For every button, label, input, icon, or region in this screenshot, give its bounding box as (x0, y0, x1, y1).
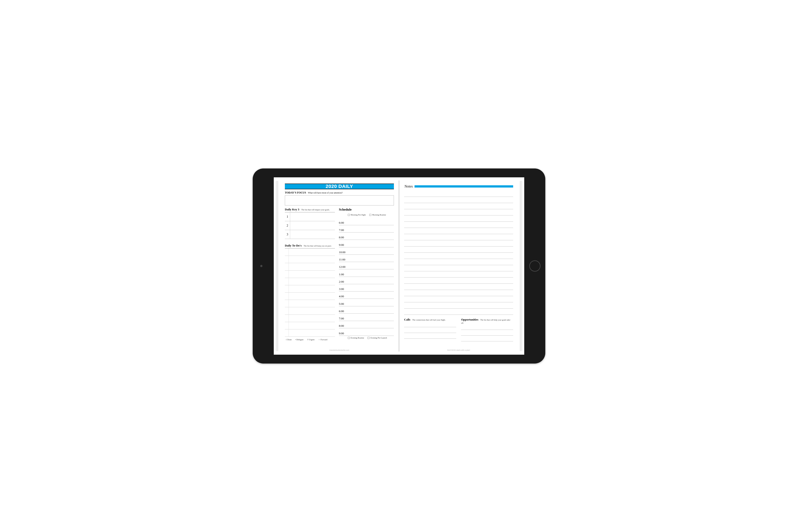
schedule-row[interactable]: 3:00 (339, 284, 394, 291)
note-line[interactable] (404, 197, 513, 203)
note-line[interactable] (404, 271, 513, 278)
key3-number: 1 (285, 212, 290, 221)
legend-urgent: !! Urgent (307, 339, 315, 341)
opps-section: Opportunities The list that will help yo… (461, 318, 513, 341)
schedule-row[interactable]: 9:00 (339, 328, 394, 336)
schedule-row[interactable]: 12:00 (339, 262, 394, 269)
todo-row[interactable] (285, 300, 335, 307)
checkbox-icon[interactable] (369, 214, 371, 216)
checkbox-icon[interactable] (348, 337, 350, 339)
note-line[interactable] (404, 209, 513, 215)
schedule-row[interactable]: 9:00 (339, 240, 394, 247)
tablet-frame: 2020 DAILY TODAY'S FOCUS What will have … (253, 169, 545, 363)
todo-mark-cell[interactable] (285, 322, 289, 329)
notes-header: Notes (404, 184, 513, 189)
opps-line[interactable] (461, 336, 513, 341)
legend-delegate: • Delegate (295, 339, 303, 341)
page-left: 2020 DAILY TODAY'S FOCUS What will have … (280, 180, 399, 352)
note-line[interactable] (404, 308, 513, 315)
todo-row[interactable] (285, 248, 335, 256)
todo-mark-cell[interactable] (285, 256, 289, 263)
schedule-bottom-checkbox[interactable]: Evening Routine (348, 337, 364, 339)
note-line[interactable] (404, 234, 513, 240)
note-lines[interactable] (404, 191, 513, 315)
calls-line[interactable] (404, 321, 456, 327)
key3-row[interactable]: 2 (285, 221, 335, 230)
schedule-row[interactable]: 1:00 (339, 269, 394, 277)
todo-row[interactable] (285, 263, 335, 270)
note-line[interactable] (404, 284, 513, 290)
todo-row[interactable] (285, 278, 335, 285)
todo-row[interactable] (285, 292, 335, 300)
todo-mark-cell[interactable] (285, 278, 289, 285)
calls-line[interactable] (404, 327, 456, 333)
daily-key3: Daily Key 3 The list that will impact yo… (285, 208, 335, 239)
opps-line[interactable] (461, 330, 513, 336)
note-line[interactable] (404, 215, 513, 222)
home-button[interactable] (529, 261, 540, 271)
page-stack-right (520, 181, 522, 351)
key3-row[interactable]: 3 (285, 230, 335, 239)
todo-row[interactable] (285, 329, 335, 337)
schedule-row[interactable]: 7:00 (339, 314, 394, 321)
todo-row[interactable] (285, 271, 335, 278)
camera-dot (260, 265, 263, 267)
todo-mark-cell[interactable] (285, 329, 289, 337)
note-line[interactable] (404, 253, 513, 259)
schedule: Schedule Morning Pre-flightMorning Routi… (339, 208, 394, 341)
note-line[interactable] (404, 302, 513, 308)
note-line[interactable] (404, 240, 513, 247)
calls-label: Calls (404, 318, 410, 321)
schedule-row[interactable]: 6:00 (339, 306, 394, 314)
calls-section: Calls The connections that will fuel you… (404, 318, 456, 341)
schedule-label: Schedule (339, 208, 394, 211)
todo-row[interactable] (285, 315, 335, 322)
note-line[interactable] (404, 247, 513, 253)
note-line[interactable] (404, 296, 513, 302)
schedule-row[interactable]: 7:00 (339, 225, 394, 232)
focus-input-box[interactable] (285, 195, 394, 206)
todo-mark-cell[interactable] (285, 315, 289, 322)
todo-row[interactable] (285, 256, 335, 263)
todo-mark-cell[interactable] (285, 263, 289, 270)
todo-mark-cell[interactable] (285, 300, 289, 307)
todo-mark-cell[interactable] (285, 248, 289, 255)
todo-row[interactable] (285, 307, 335, 315)
schedule-row[interactable]: 4:00 (339, 291, 394, 299)
todo-mark-cell[interactable] (285, 307, 289, 314)
schedule-row[interactable]: 11:00 (339, 255, 394, 262)
key3-sub: The list that will impact your goals. (301, 209, 330, 211)
schedule-row[interactable]: 10:00 (339, 247, 394, 255)
todo-mark-cell[interactable] (285, 271, 289, 278)
note-line[interactable] (404, 259, 513, 265)
schedule-top-checkbox[interactable]: Morning Pre-flight (348, 214, 366, 216)
schedule-row[interactable]: 5:00 (339, 299, 394, 306)
note-line[interactable] (404, 228, 513, 234)
key3-number: 2 (285, 221, 290, 230)
calls-line[interactable] (404, 333, 456, 339)
schedule-bottom-checkbox[interactable]: Evening Pre-Launch (367, 337, 387, 339)
schedule-top-checkbox[interactable]: Morning Routine (369, 214, 386, 216)
opps-line[interactable] (461, 324, 513, 330)
schedule-row[interactable]: 6:00 (339, 218, 394, 225)
note-line[interactable] (404, 191, 513, 197)
notes-blue-bar (415, 185, 513, 188)
planner-spread: 2020 DAILY TODAY'S FOCUS What will have … (280, 180, 518, 352)
note-line[interactable] (404, 222, 513, 228)
schedule-row[interactable]: 2:00 (339, 277, 394, 284)
note-line[interactable] (404, 203, 513, 209)
note-line[interactable] (404, 290, 513, 296)
footer-right: SUCCESS starts with a plan! (399, 349, 518, 351)
note-line[interactable] (404, 278, 513, 284)
key3-row[interactable]: 1 (285, 212, 335, 221)
schedule-row[interactable]: 8:00 (339, 321, 394, 328)
todo-mark-cell[interactable] (285, 285, 289, 292)
todo-row[interactable] (285, 322, 335, 329)
note-line[interactable] (404, 265, 513, 271)
footer-left: brandenbodendorfer.com (280, 349, 399, 351)
schedule-row[interactable]: 8:00 (339, 232, 394, 240)
checkbox-icon[interactable] (367, 337, 369, 339)
checkbox-icon[interactable] (348, 214, 350, 216)
todo-mark-cell[interactable] (285, 292, 289, 300)
todo-row[interactable] (285, 285, 335, 292)
